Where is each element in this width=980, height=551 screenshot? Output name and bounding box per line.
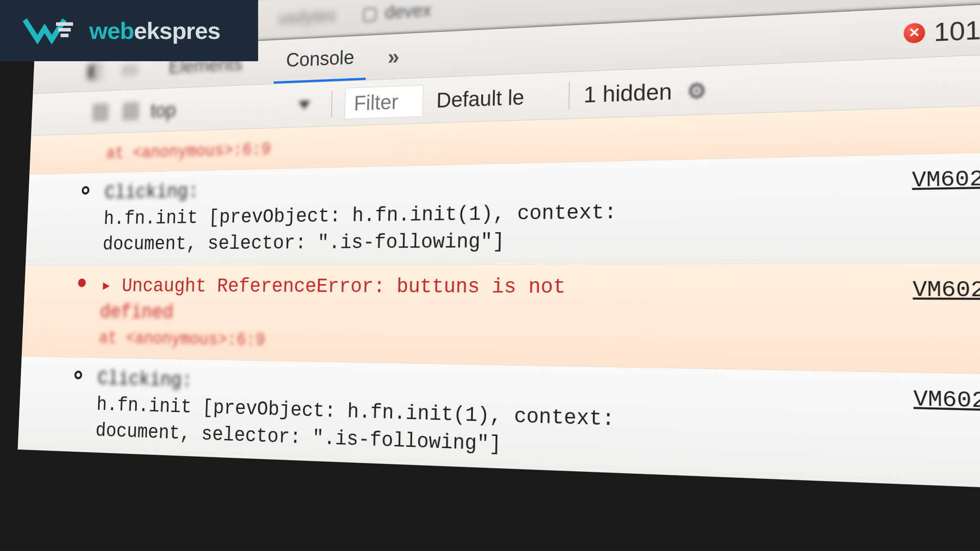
gear-icon[interactable]: ⚙: [686, 77, 707, 104]
more-tabs-icon[interactable]: »: [388, 44, 400, 69]
file-icon: ▢: [361, 3, 378, 24]
clear-console-icon[interactable]: [92, 103, 109, 121]
bookmark-label: devex: [385, 0, 431, 22]
bookmark-label: usdytes: [278, 5, 336, 28]
console-row-log[interactable]: VM6020:4 Clicking: h.fn.init [prevObject…: [18, 356, 980, 491]
error-count-badge[interactable]: ✕ 101: [904, 15, 980, 49]
expand-icon[interactable]: [74, 370, 82, 379]
hidden-count[interactable]: 1 hidden: [584, 78, 672, 108]
brand-text-web: web: [89, 17, 134, 44]
tab-label: Console: [286, 46, 354, 71]
filter-placeholder: Filter: [354, 89, 398, 115]
levels-value: Default le: [436, 85, 525, 112]
divider: [568, 81, 570, 109]
eye-icon[interactable]: [122, 102, 139, 120]
brand-name: webekspres: [89, 17, 220, 44]
context-value: top: [150, 98, 176, 122]
webekspres-logo-icon: [22, 12, 79, 49]
expand-icon[interactable]: [81, 186, 89, 195]
filter-input[interactable]: Filter: [345, 84, 424, 119]
tab-console[interactable]: Console: [274, 35, 367, 84]
console-output: at <anonymous>:6:9 VM6020:4 Clicking: h.…: [18, 104, 980, 491]
error-count: 101: [934, 15, 980, 47]
brand-text-ekspres: ekspres: [134, 17, 220, 44]
divider: [331, 91, 333, 117]
hidden-label: 1 hidden: [584, 79, 672, 107]
inspect-icon[interactable]: ◧: [86, 59, 103, 81]
log-levels-select[interactable]: Default le: [436, 83, 555, 112]
brand-logo-badge: webekspres: [0, 0, 258, 61]
error-marker-icon: [78, 279, 86, 287]
brand-logo: webekspres: [22, 12, 220, 49]
source-link[interactable]: VM6020:6: [913, 275, 980, 306]
bookmark-item[interactable]: ▢ devex: [361, 0, 432, 24]
error-icon: ✕: [904, 22, 925, 43]
chevron-down-icon: [298, 101, 310, 109]
context-select[interactable]: top: [150, 92, 319, 122]
bookmark-item[interactable]: usdytes: [278, 5, 336, 28]
